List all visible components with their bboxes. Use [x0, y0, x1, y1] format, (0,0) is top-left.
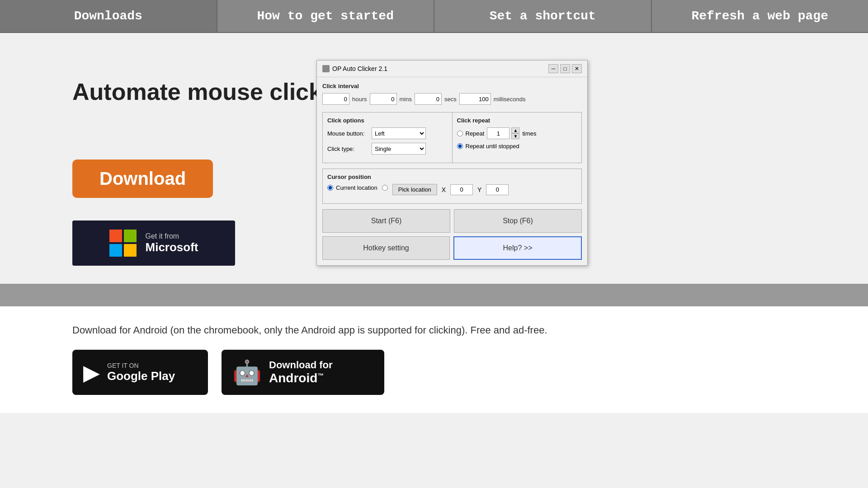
ms-text: Get it from Microsoft	[146, 232, 198, 254]
ms-red	[109, 230, 122, 242]
current-location-label: Current location	[336, 184, 377, 191]
mins-input[interactable]	[370, 93, 397, 105]
android-label: Android™	[269, 371, 333, 385]
window-title-text: OP Auto Clicker 2.1	[332, 65, 387, 72]
mouse-button-label: Mouse button:	[327, 130, 368, 137]
minimize-button[interactable]: ─	[548, 64, 558, 73]
repeat-times-input[interactable]	[487, 127, 509, 139]
google-play-label: Google Play	[107, 369, 175, 383]
stepper-up[interactable]: ▲	[511, 127, 519, 133]
ms-text-bottom: Microsoft	[146, 240, 198, 254]
window-controls: ─ □ ✕	[548, 64, 582, 73]
click-interval-row: hours mins secs milliseconds	[322, 93, 582, 105]
app-window: OP Auto Clicker 2.1 ─ □ ✕ Click interval…	[316, 60, 588, 266]
repeat-label: Repeat	[466, 130, 485, 137]
close-button[interactable]: ✕	[572, 64, 582, 73]
hours-input[interactable]	[322, 93, 349, 105]
mouse-button-select[interactable]: Left	[372, 127, 426, 139]
secs-unit: secs	[444, 96, 457, 103]
cursor-row: Current location Pick location X Y	[327, 184, 577, 195]
cursor-section: Cursor position Current location Pick lo…	[322, 169, 582, 204]
ms-input[interactable]	[459, 93, 491, 105]
nav-shortcut[interactable]: Set a shortcut	[434, 0, 652, 32]
nav-how-to[interactable]: How to get started	[217, 0, 435, 32]
repeat-until-stopped-radio[interactable]	[457, 143, 463, 149]
cursor-position-label: Cursor position	[327, 174, 577, 180]
y-input[interactable]	[486, 184, 509, 195]
google-play-badge[interactable]: ▶ GET IT ON Google Play	[72, 350, 208, 395]
google-play-text: GET IT ON Google Play	[107, 362, 175, 383]
maximize-button[interactable]: □	[560, 64, 570, 73]
pick-location-radio[interactable]	[382, 185, 388, 191]
secondary-buttons: Hotkey setting Help? >>	[322, 236, 582, 260]
ms-green	[124, 230, 137, 242]
repeat-times-row: Repeat ▲ ▼ times	[457, 127, 577, 139]
pick-location-button[interactable]: Pick location	[392, 184, 437, 195]
hotkey-button[interactable]: Hotkey setting	[322, 236, 450, 260]
badge-row: ▶ GET IT ON Google Play 🤖 Download for A…	[72, 350, 796, 395]
android-badge-text: Download for Android™	[269, 359, 333, 385]
nav-refresh[interactable]: Refresh a web page	[652, 0, 868, 32]
click-options-col: Click options Mouse button: Left Click t…	[323, 113, 453, 163]
stepper-down[interactable]: ▼	[511, 133, 519, 139]
window-body: Click interval hours mins secs milliseco…	[317, 77, 587, 265]
microsoft-logo	[109, 230, 137, 257]
ms-unit: milliseconds	[494, 96, 526, 103]
window-titlebar: OP Auto Clicker 2.1 ─ □ ✕	[317, 61, 587, 77]
repeat-until-stopped-row: Repeat until stopped	[457, 143, 577, 150]
click-interval-label: Click interval	[322, 83, 582, 89]
microsoft-badge[interactable]: Get it from Microsoft	[72, 221, 235, 266]
download-button[interactable]: Download	[72, 160, 213, 198]
action-buttons: Start (F6) Stop (F6)	[322, 209, 582, 233]
repeat-until-stopped-label: Repeat until stopped	[466, 143, 519, 150]
x-label: X	[442, 186, 446, 193]
click-type-label: Click type:	[327, 145, 368, 152]
secs-input[interactable]	[415, 93, 442, 105]
y-label: Y	[477, 186, 481, 193]
stop-button[interactable]: Stop (F6)	[454, 209, 582, 233]
click-type-row: Click type: Single	[327, 143, 448, 155]
times-unit-label: times	[522, 130, 536, 137]
help-button[interactable]: Help? >>	[453, 236, 582, 260]
play-triangle-icon: ▶	[83, 360, 100, 385]
ms-text-top: Get it from	[146, 232, 198, 240]
ms-blue	[109, 244, 122, 257]
mins-unit: mins	[400, 96, 412, 103]
repeat-times-field: ▲ ▼	[487, 127, 519, 139]
app-icon	[322, 65, 330, 72]
android-description: Download for Android (on the chromebook,…	[72, 324, 796, 336]
window-title-area: OP Auto Clicker 2.1	[322, 65, 387, 72]
android-robot-icon: 🤖	[232, 359, 262, 386]
options-section: Click options Mouse button: Left Click t…	[322, 112, 582, 163]
download-for-label: Download for	[269, 359, 333, 371]
start-button[interactable]: Start (F6)	[322, 209, 450, 233]
click-repeat-col: Click repeat Repeat ▲ ▼ times	[453, 113, 582, 163]
ms-yellow	[124, 244, 137, 257]
android-section: Download for Android (on the chromebook,…	[0, 306, 868, 413]
pick-location-option	[382, 185, 388, 191]
x-input[interactable]	[450, 184, 473, 195]
nav-downloads[interactable]: Downloads	[0, 0, 217, 32]
main-content: Automate mouse clicks Download Get it fr…	[0, 33, 868, 284]
click-repeat-label: Click repeat	[457, 117, 577, 124]
current-location-option: Current location	[327, 184, 377, 191]
click-type-select[interactable]: Single	[372, 143, 426, 155]
mouse-button-row: Mouse button: Left	[327, 127, 448, 139]
get-it-on-label: GET IT ON	[107, 362, 175, 369]
hours-unit: hours	[352, 96, 367, 103]
click-options-label: Click options	[327, 117, 448, 124]
current-location-radio[interactable]	[327, 185, 333, 191]
separator-bar	[0, 284, 868, 306]
repeat-radio[interactable]	[457, 131, 463, 136]
android-apk-badge[interactable]: 🤖 Download for Android™	[222, 350, 384, 395]
navigation: Downloads How to get started Set a short…	[0, 0, 868, 33]
